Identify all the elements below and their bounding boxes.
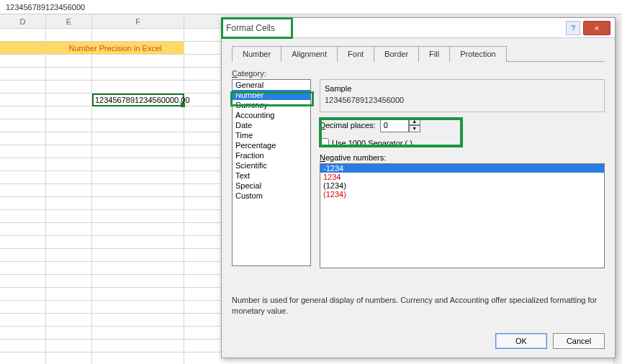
category-label: Category: (232, 69, 605, 78)
formula-bar[interactable]: 123456789123456000 (0, 0, 622, 14)
category-item-custom[interactable]: Custom (233, 191, 310, 201)
category-item-text[interactable]: Text (233, 170, 310, 181)
category-item-number[interactable]: Number (233, 90, 310, 100)
tab-font[interactable]: Font (337, 46, 374, 62)
dialog-tabs: Number Alignment Font Border Fill Protec… (232, 45, 605, 62)
sample-label: Sample (325, 84, 600, 93)
selected-cell[interactable]: 1234567891234560000.00 (92, 94, 184, 106)
category-item-currency[interactable]: Currency (233, 100, 310, 110)
format-cells-dialog: Format Cells ? × Number Alignment Font B… (221, 17, 616, 358)
decimal-places-input[interactable] (380, 118, 409, 132)
tab-fill[interactable]: Fill (418, 46, 450, 62)
category-item-date[interactable]: Date (233, 120, 310, 130)
sample-box: Sample 123456789123456000 (320, 79, 605, 112)
category-item-accounting[interactable]: Accounting (233, 110, 310, 120)
negative-option[interactable]: -1234 (320, 164, 604, 173)
negative-option[interactable]: (1234) (320, 190, 604, 199)
thousands-separator-checkbox[interactable] (320, 138, 329, 147)
decimal-places-label: Decimal places: (320, 121, 376, 129)
negative-numbers-list[interactable]: -12341234(1234)(1234) (320, 163, 605, 268)
category-description: Number is used for general display of nu… (232, 295, 605, 316)
dialog-title: Format Cells (226, 23, 566, 33)
banner-cell-left[interactable] (0, 42, 46, 55)
category-item-percentage[interactable]: Percentage (233, 140, 310, 150)
negative-numbers-label: Negative numbers: (320, 153, 605, 162)
category-item-fraction[interactable]: Fraction (233, 150, 310, 160)
help-icon[interactable]: ? (566, 21, 580, 35)
tab-alignment[interactable]: Alignment (281, 46, 338, 62)
tab-protection[interactable]: Protection (449, 46, 507, 62)
category-item-time[interactable]: Time (233, 130, 310, 140)
negative-option[interactable]: (1234) (320, 181, 604, 190)
close-icon[interactable]: × (583, 21, 610, 35)
tab-border[interactable]: Border (374, 46, 419, 62)
ok-button[interactable]: OK (495, 333, 547, 349)
dialog-titlebar[interactable]: Format Cells ? × (222, 18, 615, 38)
col-header-d[interactable]: D (0, 14, 46, 28)
decimal-down-button[interactable]: ▼ (409, 125, 420, 132)
negative-option[interactable]: 1234 (320, 173, 604, 181)
cancel-button[interactable]: Cancel (553, 333, 605, 349)
col-header-f[interactable]: F (92, 14, 184, 28)
col-header-e[interactable]: E (46, 14, 92, 28)
category-item-general[interactable]: General (233, 80, 310, 90)
banner-cell[interactable]: Number Precision in Excel (46, 42, 184, 55)
category-item-special[interactable]: Special (233, 181, 310, 191)
formula-bar-value: 123456789123456000 (6, 3, 85, 12)
category-item-scientific[interactable]: Scientific (233, 160, 310, 170)
decimal-up-button[interactable]: ▲ (409, 118, 420, 125)
category-list[interactable]: GeneralNumberCurrencyAccountingDateTimeP… (232, 79, 311, 266)
thousands-separator-label: Use 1000 Separator (,) (332, 139, 413, 147)
sample-value: 123456789123456000 (325, 96, 600, 104)
tab-number[interactable]: Number (232, 46, 281, 62)
